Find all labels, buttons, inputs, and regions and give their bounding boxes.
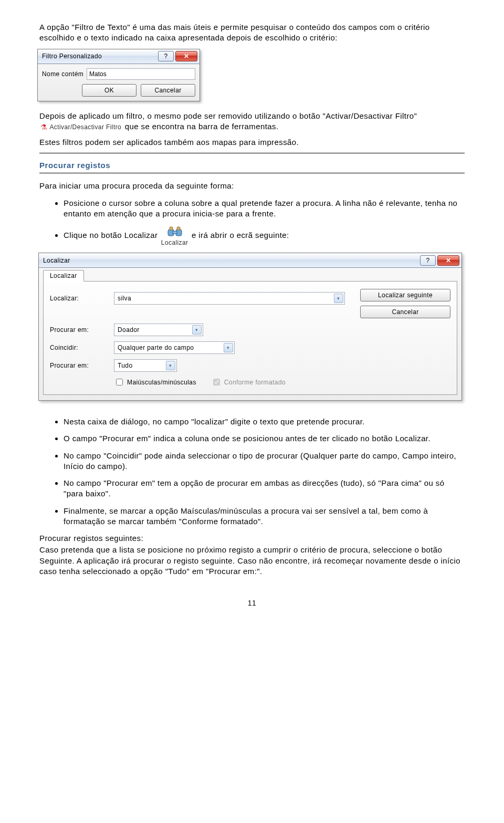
section-divider <box>39 153 465 153</box>
dialog-title: Localizar <box>43 257 70 264</box>
next-records-body: Caso pretenda que a lista se posicione n… <box>39 545 465 577</box>
svg-rect-3 <box>170 227 173 230</box>
chevron-down-icon[interactable]: ▾ <box>224 343 233 352</box>
localizar-toolbar-button[interactable]: Localizar <box>160 225 190 246</box>
label-procurar-em-column: Procurar em: <box>50 326 108 334</box>
chevron-down-icon[interactable]: ▾ <box>166 361 175 370</box>
help-icon[interactable]: ? <box>420 255 436 266</box>
binoculars-icon <box>166 225 183 239</box>
bullet-coincidir: No campo "Coincidir" pode ainda seleccio… <box>64 451 465 472</box>
close-icon[interactable]: ✕ <box>437 255 459 266</box>
bullet-localizar-field: Nesta caixa de diálogo, no campo "locali… <box>64 416 465 427</box>
dialog-titlebar[interactable]: Filtro Personalizado ? ✕ <box>38 49 200 64</box>
toggle-filter-toolbar-button[interactable]: ⚗ Activar/Desactivar Filtro <box>39 123 122 131</box>
bullet-procurar-em-column: O campo "Procurar em" indica a coluna on… <box>64 433 465 444</box>
bullet-position-cursor: Posicione o cursor sobre a coluna sobre … <box>64 198 465 220</box>
svg-rect-2 <box>173 231 177 234</box>
dialog-title: Filtro Personalizado <box>42 53 156 60</box>
match-format-checkbox: Conforme formatado <box>211 377 286 387</box>
close-icon[interactable]: ✕ <box>175 51 197 61</box>
bullet-procurar-em-direction: No campo "Procurar em" tem a opção de pr… <box>64 478 465 499</box>
label-procurar-em-direction: Procurar em: <box>50 362 108 369</box>
next-records-heading: Procurar registos seguintes: <box>39 533 465 544</box>
localizar-dialog: Localizar ? ✕ Localizar Localizar: silva… <box>38 253 462 401</box>
toggle-filter-label: Activar/Desactivar Filtro <box>49 123 121 131</box>
procurar-intro-paragraph: Para iniciar uma procura proceda da segu… <box>39 181 465 191</box>
label-coincidir: Coincidir: <box>50 344 108 351</box>
section-divider <box>39 173 465 173</box>
chevron-down-icon[interactable]: ▾ <box>334 294 343 303</box>
bullet-click-localizar: Clique no botão Localizar Localizar e ir… <box>64 225 465 246</box>
coincidir-select[interactable]: Qualquer parte do campo ▾ <box>114 341 235 354</box>
cancel-button[interactable]: Cancelar <box>360 306 450 318</box>
localizar-input[interactable]: silva ▾ <box>114 292 345 305</box>
chevron-down-icon[interactable]: ▾ <box>192 325 202 335</box>
label-localizar: Localizar: <box>50 295 108 302</box>
filter-field-label: Nome contém <box>42 70 83 78</box>
find-next-button[interactable]: Localizar seguinte <box>360 289 450 301</box>
dialog-titlebar[interactable]: Localizar ? ✕ <box>39 253 461 268</box>
case-sensitive-checkbox[interactable]: Maiúsculas/minúsculas <box>114 377 196 387</box>
filtro-personalizado-dialog: Filtro Personalizado ? ✕ Nome contém OK … <box>37 49 200 101</box>
ok-button[interactable]: OK <box>82 84 136 97</box>
after-filter-paragraph: Depois de aplicado um filtro, o mesmo po… <box>39 111 465 132</box>
funnel-icon: ⚗ <box>40 123 47 131</box>
svg-rect-4 <box>177 227 180 230</box>
help-icon[interactable]: ? <box>158 51 174 61</box>
procurar-em-column-select[interactable]: Doador ▾ <box>114 324 203 336</box>
page-number: 11 <box>39 599 465 607</box>
bullet-case-format: Finalmente, se marcar a opção Maísculas/… <box>64 506 465 527</box>
intro-paragraph: A opção "Filtro de Texto" é uma das mais… <box>39 22 465 44</box>
map-filters-paragraph: Estes filtros podem ser aplicados também… <box>39 137 465 148</box>
procurar-heading: Procurar registos <box>39 161 465 170</box>
tab-localizar[interactable]: Localizar <box>43 270 84 282</box>
localizar-label: Localizar <box>161 239 188 246</box>
filter-value-input[interactable] <box>87 68 195 80</box>
cancel-button[interactable]: Cancelar <box>141 84 195 97</box>
procurar-em-direction-select[interactable]: Tudo ▾ <box>114 359 177 372</box>
